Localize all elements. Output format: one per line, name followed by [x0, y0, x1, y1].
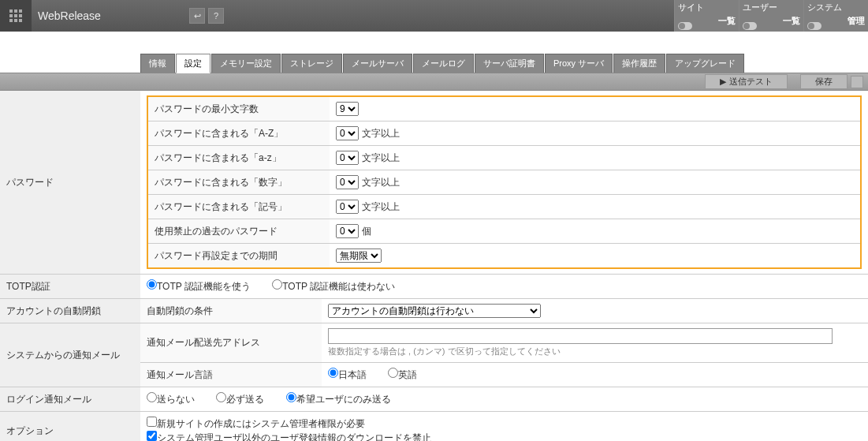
header-box-site[interactable]: サイト 一覧	[674, 0, 739, 32]
pw-lower-select[interactable]: 0	[336, 151, 359, 165]
back-icon[interactable]: ↩	[189, 8, 205, 24]
lang-ja-radio[interactable]: 日本語	[328, 369, 367, 380]
section-lockout: アカウントの自動閉鎖	[0, 299, 140, 323]
sysmail-addr-label: 通知メール配送先アドレス	[140, 323, 322, 363]
sysmail-addr-input[interactable]	[328, 328, 833, 344]
section-sysmail: システムからの通知メール	[0, 323, 140, 387]
tab-1[interactable]: 設定	[176, 54, 210, 73]
lockout-select[interactable]: アカウントの自動閉鎖は行わない	[328, 304, 541, 318]
opt-download-checkbox[interactable]: システム管理ユーザ以外のユーザ登録情報のダウンロードを禁止	[147, 432, 431, 441]
expand-icon[interactable]	[851, 76, 863, 88]
tab-8[interactable]: 操作履歴	[613, 54, 665, 73]
tab-9[interactable]: アップグレード	[666, 54, 744, 73]
section-totp: TOTP認証	[0, 275, 140, 299]
pw-period-label: パスワード再設定までの期間	[148, 244, 330, 268]
pw-symbol-label: パスワードに含まれる「記号」	[148, 195, 330, 219]
pw-period-select[interactable]: 無期限	[336, 249, 382, 263]
tab-5[interactable]: メールログ	[413, 54, 474, 73]
tab-0[interactable]: 情報	[140, 54, 175, 73]
sysmail-addr-hint: 複数指定する場合は , (カンマ) で区切って指定してください	[328, 346, 862, 357]
tabs: 情報設定メモリー設定ストレージメールサーバメールログサーバ証明書Proxy サー…	[0, 54, 868, 73]
opt-newsite-checkbox[interactable]: 新規サイトの作成にはシステム管理者権限が必要	[147, 418, 365, 429]
tab-4[interactable]: メールサーバ	[343, 54, 412, 73]
header-nav: サイト 一覧 ユーザー 一覧 システム 管理	[674, 0, 868, 32]
pw-digit-select[interactable]: 0	[336, 175, 359, 189]
pw-upper-select[interactable]: 0	[336, 126, 359, 140]
lang-en-radio[interactable]: 英語	[388, 369, 417, 380]
pw-lower-label: パスワードに含まれる「a-z」	[148, 146, 330, 170]
send-icon: ▶	[720, 77, 726, 87]
password-settings-highlight: パスワードの最小文字数 9 パスワードに含まれる「A-Z」 0文字以上 パスワー…	[147, 95, 862, 269]
lockout-label: 自動閉鎖の条件	[140, 299, 322, 323]
save-button[interactable]: 保存	[800, 74, 848, 89]
tab-3[interactable]: ストレージ	[281, 54, 342, 73]
section-password: パスワード	[0, 91, 140, 275]
app-title: WebRelease	[32, 0, 189, 32]
tab-2[interactable]: メモリー設定	[211, 54, 281, 73]
pw-upper-label: パスワードに含まれる「A-Z」	[148, 121, 330, 146]
help-icon[interactable]: ?	[208, 8, 224, 24]
totp-notuse-radio[interactable]: TOTP 認証機能は使わない	[272, 281, 395, 292]
pw-history-label: 使用禁止の過去のパスワード	[148, 219, 330, 244]
pw-history-select[interactable]: 0	[336, 224, 359, 238]
pw-symbol-select[interactable]: 0	[336, 200, 359, 214]
settings-form: パスワード パスワードの最小文字数 9 パスワードに含まれる「A-Z」 0文字以…	[0, 91, 868, 441]
loginmail-opt-radio[interactable]: 希望ユーザにのみ送る	[286, 394, 391, 405]
toggle-icon	[678, 22, 692, 30]
totp-use-radio[interactable]: TOTP 認証機能を使う	[147, 281, 251, 292]
app-header: WebRelease ↩ ? サイト 一覧 ユーザー 一覧 システム 管理	[0, 0, 868, 32]
pw-min-label: パスワードの最小文字数	[148, 97, 330, 121]
sysmail-lang-label: 通知メール言語	[140, 363, 322, 387]
header-box-system[interactable]: システム 管理	[803, 0, 868, 32]
header-box-user[interactable]: ユーザー 一覧	[739, 0, 803, 32]
toolbar: ▶送信テスト 保存	[0, 73, 868, 91]
tab-6[interactable]: サーバ証明書	[475, 54, 544, 73]
toggle-icon	[807, 22, 821, 30]
section-loginmail: ログイン通知メール	[0, 387, 140, 412]
section-option: オプション	[0, 412, 140, 442]
pw-digit-label: パスワードに含まれる「数字」	[148, 170, 330, 195]
send-test-button[interactable]: ▶送信テスト	[705, 74, 788, 89]
loginmail-none-radio[interactable]: 送らない	[147, 394, 195, 405]
tab-7[interactable]: Proxy サーバ	[545, 54, 613, 73]
pw-min-select[interactable]: 9	[336, 102, 359, 116]
loginmail-always-radio[interactable]: 必ず送る	[216, 394, 264, 405]
toggle-icon	[743, 22, 757, 30]
app-logo	[0, 0, 32, 32]
